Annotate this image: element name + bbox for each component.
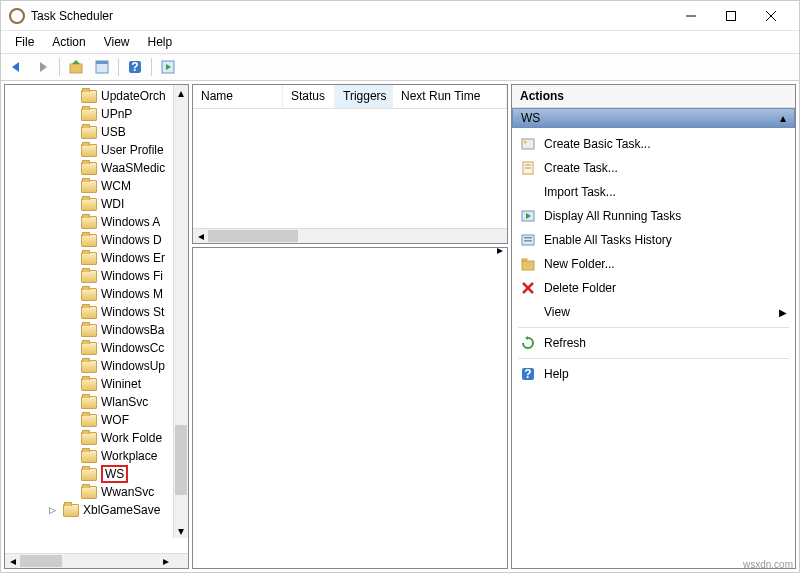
tree-item-windows-fi[interactable]: Windows Fi — [5, 267, 188, 285]
folder-icon — [81, 216, 97, 229]
folder-icon — [81, 126, 97, 139]
menu-help[interactable]: Help — [140, 33, 181, 51]
toolbar-separator — [151, 58, 152, 76]
menu-file[interactable]: File — [7, 33, 42, 51]
action-label: Display All Running Tasks — [544, 209, 787, 223]
tree-item-label: WCM — [101, 179, 131, 193]
tree-item-xblgamesave[interactable]: ▷XblGameSave — [5, 501, 188, 519]
task-horizontal-scrollbar[interactable]: ◂ ▸ — [193, 228, 507, 243]
scroll-left-icon[interactable]: ◂ — [5, 554, 20, 568]
actions-context-header[interactable]: WS ▴ — [512, 108, 795, 128]
action-label: Delete Folder — [544, 281, 787, 295]
tree-item-work-folde[interactable]: Work Folde — [5, 429, 188, 447]
folder-icon — [81, 468, 97, 481]
help-icon: ? — [520, 366, 536, 382]
tree-item-wdi[interactable]: WDI — [5, 195, 188, 213]
tree-item-wcm[interactable]: WCM — [5, 177, 188, 195]
forward-button[interactable] — [31, 56, 55, 78]
tree-item-wwansvc[interactable]: WwanSvc — [5, 483, 188, 501]
tree-item-usb[interactable]: USB — [5, 123, 188, 141]
action-refresh[interactable]: Refresh — [512, 331, 795, 355]
scroll-up-icon[interactable]: ▴ — [174, 85, 188, 100]
action-delete-folder[interactable]: Delete Folder — [512, 276, 795, 300]
tree-item-ws[interactable]: WS — [5, 465, 188, 483]
menu-action[interactable]: Action — [44, 33, 93, 51]
action-create-basic-task[interactable]: Create Basic Task... — [512, 132, 795, 156]
action-import-task[interactable]: Import Task... — [512, 180, 795, 204]
tree-item-label: WindowsUp — [101, 359, 165, 373]
task-list: Name Status Triggers Next Run Time ◂ ▸ — [192, 84, 508, 244]
tree-item-wof[interactable]: WOF — [5, 411, 188, 429]
minimize-button[interactable] — [671, 2, 711, 30]
column-name[interactable]: Name — [193, 85, 283, 108]
tree-item-user-profile[interactable]: User Profile — [5, 141, 188, 159]
menu-view[interactable]: View — [96, 33, 138, 51]
tree-item-upnp[interactable]: UPnP — [5, 105, 188, 123]
tree-item-windows-er[interactable]: Windows Er — [5, 249, 188, 267]
maximize-button[interactable] — [711, 2, 751, 30]
actions-context-label: WS — [521, 111, 540, 125]
svg-rect-18 — [524, 240, 532, 242]
tree-item-windows-m[interactable]: Windows M — [5, 285, 188, 303]
actions-header: Actions — [512, 85, 795, 108]
tree-vertical-scrollbar[interactable]: ▴ ▾ — [173, 85, 188, 538]
tree-item-windowscc[interactable]: WindowsCc — [5, 339, 188, 357]
scroll-right-icon[interactable]: ▸ — [158, 554, 173, 568]
scroll-left-icon[interactable]: ◂ — [193, 229, 208, 243]
up-button[interactable] — [64, 56, 88, 78]
action-enable-all-tasks-history[interactable]: Enable All Tasks History — [512, 228, 795, 252]
scroll-down-icon[interactable]: ▾ — [174, 523, 188, 538]
back-button[interactable] — [5, 56, 29, 78]
tree-item-windows-d[interactable]: Windows D — [5, 231, 188, 249]
folder-icon — [81, 360, 97, 373]
tree-item-workplace[interactable]: Workplace — [5, 447, 188, 465]
column-status[interactable]: Status — [283, 85, 335, 108]
tree-item-label: Windows A — [101, 215, 160, 229]
scroll-thumb[interactable] — [20, 555, 62, 567]
watermark: wsxdn.com — [743, 559, 793, 570]
tree-item-label: WlanSvc — [101, 395, 148, 409]
tree-item-label: User Profile — [101, 143, 164, 157]
close-button[interactable] — [751, 2, 791, 30]
column-triggers[interactable]: Triggers — [335, 85, 393, 108]
action-help[interactable]: ?Help — [512, 362, 795, 386]
tree-item-wininet[interactable]: Wininet — [5, 375, 188, 393]
svg-text:?: ? — [131, 60, 138, 74]
tree-item-waasmedic[interactable]: WaaSMedic — [5, 159, 188, 177]
scroll-right-icon[interactable]: ▸ — [492, 243, 507, 257]
action-display-all-running-tasks[interactable]: Display All Running Tasks — [512, 204, 795, 228]
task-detail-pane — [192, 247, 508, 569]
folder-icon — [81, 252, 97, 265]
scroll-thumb[interactable] — [208, 230, 298, 242]
column-next-run[interactable]: Next Run Time — [393, 85, 507, 108]
tree-horizontal-scrollbar[interactable]: ◂ ▸ — [5, 553, 188, 568]
action-separator — [518, 358, 789, 359]
action-view[interactable]: View▶ — [512, 300, 795, 324]
folder-icon — [81, 180, 97, 193]
tree-item-windows-st[interactable]: Windows St — [5, 303, 188, 321]
action-new-folder[interactable]: New Folder... — [512, 252, 795, 276]
tree-item-updateorch[interactable]: UpdateOrch — [5, 87, 188, 105]
action-label: New Folder... — [544, 257, 787, 271]
tree-item-label: USB — [101, 125, 126, 139]
collapse-icon[interactable]: ▴ — [780, 111, 786, 125]
tree-item-windowsup[interactable]: WindowsUp — [5, 357, 188, 375]
tree-item-label: WindowsCc — [101, 341, 164, 355]
action-create-task[interactable]: Create Task... — [512, 156, 795, 180]
tree-item-label: WaaSMedic — [101, 161, 165, 175]
scroll-thumb[interactable] — [175, 425, 187, 495]
help-button[interactable]: ? — [123, 56, 147, 78]
action-label: Import Task... — [544, 185, 787, 199]
tree-item-wlansvc[interactable]: WlanSvc — [5, 393, 188, 411]
main-area: UpdateOrchUPnPUSBUser ProfileWaaSMedicWC… — [1, 81, 799, 572]
task-column-headers: Name Status Triggers Next Run Time — [193, 85, 507, 109]
tree-item-windows-a[interactable]: Windows A — [5, 213, 188, 231]
task-list-body[interactable] — [193, 109, 507, 228]
tree-item-label: XblGameSave — [83, 503, 160, 517]
tree-item-windowsba[interactable]: WindowsBa — [5, 321, 188, 339]
expander-icon[interactable]: ▷ — [49, 505, 56, 515]
properties-button[interactable] — [90, 56, 114, 78]
run-button[interactable] — [156, 56, 180, 78]
folder-icon — [81, 288, 97, 301]
action-label: View — [544, 305, 771, 319]
